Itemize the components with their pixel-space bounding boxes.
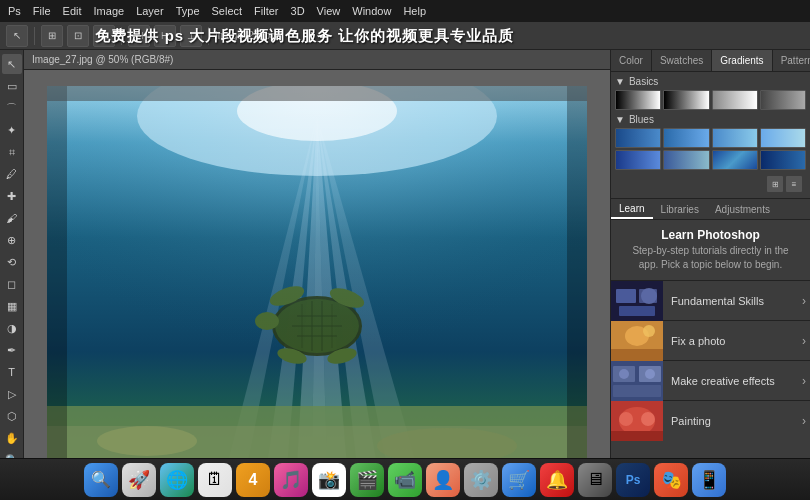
dock-photos[interactable]: 📸: [312, 463, 346, 497]
dock-notification[interactable]: 🔔: [540, 463, 574, 497]
toolbar-sep-2: [121, 27, 122, 45]
tool-brush[interactable]: 🖌: [2, 208, 22, 228]
menu-select[interactable]: Select: [212, 5, 243, 17]
dock-store[interactable]: 🛒: [502, 463, 536, 497]
tab-learn[interactable]: Learn: [611, 199, 653, 219]
blue-swatch-8[interactable]: [760, 150, 806, 170]
gradient-section-basics: ▼ Basics: [615, 76, 806, 110]
tab-patterns[interactable]: Patterns: [773, 50, 810, 71]
tab-gradients[interactable]: Gradients: [712, 50, 772, 71]
learn-label-fix-photo: Fix a photo: [663, 335, 802, 347]
dock-facetime[interactable]: 📹: [388, 463, 422, 497]
tool-marquee[interactable]: ▭: [2, 76, 22, 96]
learn-panel-tabs: Learn Libraries Adjustments: [611, 198, 810, 220]
dock-safari[interactable]: 🌐: [160, 463, 194, 497]
grad-swatch-dark[interactable]: [760, 90, 806, 110]
gradient-panel-tabs: Color Swatches Gradients Patterns: [611, 50, 810, 72]
tool-eyedropper[interactable]: 🖊: [2, 164, 22, 184]
grad-swatch-bw1[interactable]: [615, 90, 661, 110]
learn-item-fix-photo[interactable]: Fix a photo ›: [611, 320, 810, 360]
learn-arrow-make-creative: ›: [802, 374, 806, 388]
learn-item-make-creative[interactable]: Make creative effects ›: [611, 360, 810, 400]
learn-item-painting[interactable]: Painting ›: [611, 400, 810, 440]
basics-header[interactable]: ▼ Basics: [615, 76, 806, 87]
blue-swatch-5[interactable]: [615, 150, 661, 170]
gradient-icon-2[interactable]: ≡: [786, 176, 802, 192]
menu-file[interactable]: File: [33, 5, 51, 17]
dock-music[interactable]: 🎵: [274, 463, 308, 497]
options-toolbar: ↖ ⊞ ⊡ ⊠ ⊣ ⊢ ⊥ Image_27.jpg: [0, 22, 810, 50]
toolbar-btn-3[interactable]: ⊠: [93, 25, 115, 47]
grad-swatch-gray[interactable]: [712, 90, 758, 110]
learn-content: Learn Photoshop Step-by-step tutorials d…: [611, 220, 810, 480]
learn-thumb-fundamental: [611, 281, 663, 321]
toolbar-align-right[interactable]: ⊥: [180, 25, 202, 47]
tool-path[interactable]: ▷: [2, 384, 22, 404]
tab-libraries[interactable]: Libraries: [653, 199, 707, 219]
menu-layer[interactable]: Layer: [136, 5, 164, 17]
gradient-section-blues: ▼ Blues: [615, 114, 806, 170]
blues-header[interactable]: ▼ Blues: [615, 114, 806, 125]
menu-3d[interactable]: 3D: [291, 5, 305, 17]
toolbar-btn-2[interactable]: ⊡: [67, 25, 89, 47]
toolbar-btn-1[interactable]: ⊞: [41, 25, 63, 47]
tab-color[interactable]: Color: [611, 50, 652, 71]
tool-eraser[interactable]: ◻: [2, 274, 22, 294]
tool-pen[interactable]: ✒: [2, 340, 22, 360]
canvas-content[interactable]: [24, 70, 610, 482]
toolbar-move[interactable]: ↖: [6, 25, 28, 47]
tool-hand[interactable]: ✋: [2, 428, 22, 448]
dock-contacts[interactable]: 👤: [426, 463, 460, 497]
menu-ps[interactable]: Ps: [8, 5, 21, 17]
thumb-skills-svg: [611, 281, 663, 321]
blue-swatch-1[interactable]: [615, 128, 661, 148]
dock-calendar[interactable]: 🗓: [198, 463, 232, 497]
toolbar-align-center[interactable]: ⊢: [154, 25, 176, 47]
dock-finder[interactable]: 🔍: [84, 463, 118, 497]
tool-crop[interactable]: ⌗: [2, 142, 22, 162]
dock-more-1[interactable]: 🎭: [654, 463, 688, 497]
tool-type[interactable]: T: [2, 362, 22, 382]
tool-heal[interactable]: ✚: [2, 186, 22, 206]
tool-shape[interactable]: ⬡: [2, 406, 22, 426]
svg-rect-39: [611, 349, 663, 361]
tool-lasso[interactable]: ⌒: [2, 98, 22, 118]
learn-arrow-fix-photo: ›: [802, 334, 806, 348]
svg-rect-49: [611, 431, 663, 441]
tab-adjustments[interactable]: Adjustments: [707, 199, 778, 219]
grad-swatch-bw2[interactable]: [663, 90, 709, 110]
toolbar-align-left[interactable]: ⊣: [128, 25, 150, 47]
menu-image[interactable]: Image: [94, 5, 125, 17]
menu-help[interactable]: Help: [403, 5, 426, 17]
learn-arrow-fundamental: ›: [802, 294, 806, 308]
tool-history[interactable]: ⟲: [2, 252, 22, 272]
gradient-icon-1[interactable]: ⊞: [767, 176, 783, 192]
tool-dodge[interactable]: ◑: [2, 318, 22, 338]
blue-swatch-2[interactable]: [663, 128, 709, 148]
dock-settings[interactable]: ⚙️: [464, 463, 498, 497]
menu-type[interactable]: Type: [176, 5, 200, 17]
dock-screen[interactable]: 🖥: [578, 463, 612, 497]
blue-swatch-7[interactable]: [712, 150, 758, 170]
menu-window[interactable]: Window: [352, 5, 391, 17]
dock-launchpad[interactable]: 🚀: [122, 463, 156, 497]
tab-swatches[interactable]: Swatches: [652, 50, 712, 71]
tool-gradient[interactable]: ▦: [2, 296, 22, 316]
learn-item-fundamental[interactable]: Fundamental Skills ›: [611, 280, 810, 320]
dock-4[interactable]: 4: [236, 463, 270, 497]
dock-imovie[interactable]: 🎬: [350, 463, 384, 497]
blue-swatch-3[interactable]: [712, 128, 758, 148]
dock-ps[interactable]: Ps: [616, 463, 650, 497]
blue-swatch-4[interactable]: [760, 128, 806, 148]
menu-filter[interactable]: Filter: [254, 5, 278, 17]
learn-label-fundamental: Fundamental Skills: [663, 295, 802, 307]
tool-move[interactable]: ↖: [2, 54, 22, 74]
canvas-tab[interactable]: Image_27.jpg @ 50% (RGB/8#): [24, 50, 610, 70]
tool-magic[interactable]: ✦: [2, 120, 22, 140]
dock-more-2[interactable]: 📱: [692, 463, 726, 497]
menubar: Ps File Edit Image Layer Type Select Fil…: [0, 0, 810, 22]
tool-clone[interactable]: ⊕: [2, 230, 22, 250]
blue-swatch-6[interactable]: [663, 150, 709, 170]
menu-edit[interactable]: Edit: [63, 5, 82, 17]
menu-view[interactable]: View: [317, 5, 341, 17]
